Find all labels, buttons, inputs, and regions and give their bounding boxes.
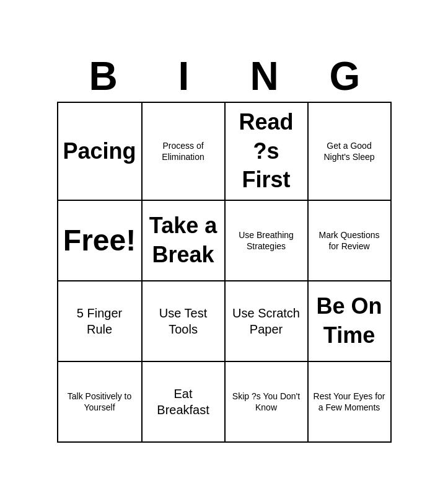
bingo-card: B I N G PacingProcess of EliminationRead… [51, 47, 398, 449]
bingo-cell-text-7: Mark Questions for Review [314, 229, 385, 252]
bingo-cell-7: Mark Questions for Review [309, 201, 392, 281]
bingo-cell-2: Read ?s First [226, 103, 309, 201]
bingo-cell-text-0: Pacing [63, 137, 136, 166]
bingo-cell-text-11: Be On Time [314, 292, 385, 350]
letter-b: B [63, 53, 144, 99]
letter-n: N [224, 53, 305, 99]
bingo-grid: PacingProcess of EliminationRead ?s Firs… [57, 102, 392, 443]
bingo-cell-text-5: Take a Break [147, 211, 219, 270]
bingo-cell-text-3: Get a Good Night's Sleep [314, 140, 385, 162]
bingo-cell-text-2: Read ?s First [231, 108, 302, 195]
bingo-cell-8: 5 Finger Rule [58, 281, 143, 362]
bingo-cell-15: Rest Your Eyes for a Few Moments [309, 362, 392, 443]
bingo-cell-12: Talk Positively to Yourself [58, 362, 143, 443]
bingo-cell-1: Process of Elimination [143, 103, 226, 201]
bingo-cell-0: Pacing [58, 103, 143, 201]
bingo-header: B I N G [57, 53, 392, 99]
bingo-cell-text-9: Use Test Tools [147, 305, 219, 337]
bingo-cell-4: Free! [58, 201, 143, 281]
bingo-cell-9: Use Test Tools [143, 281, 226, 362]
letter-g: G [305, 53, 385, 99]
bingo-cell-text-13: Eat Breakfast [147, 386, 219, 418]
bingo-cell-6: Use Breathing Strategies [226, 201, 309, 281]
bingo-cell-text-14: Skip ?s You Don't Know [231, 391, 302, 413]
bingo-cell-11: Be On Time [309, 281, 392, 362]
bingo-cell-text-8: 5 Finger Rule [63, 305, 136, 337]
bingo-cell-14: Skip ?s You Don't Know [226, 362, 309, 443]
bingo-cell-5: Take a Break [143, 201, 226, 281]
bingo-cell-text-12: Talk Positively to Yourself [63, 391, 136, 413]
bingo-cell-text-1: Process of Elimination [147, 140, 219, 162]
bingo-cell-10: Use Scratch Paper [226, 281, 309, 362]
letter-i: I [144, 53, 224, 99]
bingo-cell-text-10: Use Scratch Paper [231, 305, 302, 337]
bingo-cell-text-4: Free! [63, 221, 136, 260]
bingo-cell-3: Get a Good Night's Sleep [309, 103, 392, 201]
bingo-cell-13: Eat Breakfast [143, 362, 226, 443]
bingo-cell-text-6: Use Breathing Strategies [231, 229, 302, 252]
bingo-cell-text-15: Rest Your Eyes for a Few Moments [314, 391, 385, 413]
